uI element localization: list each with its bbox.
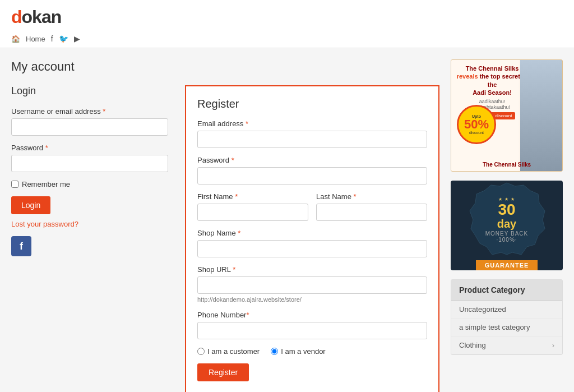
content-area: My account Login Username or email addre… — [11, 59, 439, 392]
shop-url-input[interactable] — [197, 276, 427, 294]
email-group: Email address * — [197, 119, 427, 148]
reg-password-group: Password * — [197, 156, 427, 185]
customer-radio[interactable] — [197, 348, 205, 355]
badge-back-label: ·100%· — [485, 237, 529, 243]
youtube-nav-icon[interactable]: ▶ — [74, 34, 80, 43]
home-link[interactable]: Home — [26, 35, 45, 43]
vendor-radio-label[interactable]: I am a vendor — [271, 347, 326, 356]
phone-label: Phone Number* — [197, 311, 427, 319]
site-logo[interactable]: dokan — [11, 7, 563, 27]
shop-name-input[interactable] — [197, 240, 427, 257]
header: dokan 🏠 Home f 🐦 ▶ — [0, 0, 574, 48]
first-name-input[interactable] — [197, 204, 308, 221]
first-name-required: * — [235, 192, 238, 201]
remember-me-label: Remember me — [22, 180, 70, 188]
shop-name-required: * — [238, 229, 240, 237]
logo-rest: okan — [22, 7, 62, 27]
guarantee-badge: ★ ★ ★ 30 day MONEY BACK ·100%· GUARANTEE — [451, 181, 563, 270]
facebook-nav-icon[interactable]: f — [51, 34, 53, 43]
register-section: Register Email address * Password * — [185, 85, 439, 392]
badge-content: ★ ★ ★ 30 day MONEY BACK ·100%· — [485, 197, 529, 243]
username-input[interactable] — [11, 118, 168, 136]
badge-days: 30 — [485, 202, 529, 218]
last-name-required: * — [354, 192, 357, 201]
remember-me-checkbox[interactable] — [11, 181, 18, 188]
email-required: * — [246, 119, 248, 128]
reg-password-required: * — [232, 156, 234, 164]
login-button[interactable]: Login — [11, 196, 50, 214]
login-title: Login — [11, 85, 168, 97]
facebook-login-button[interactable]: f — [11, 236, 31, 256]
first-name-group: First Name * — [197, 192, 308, 221]
ad-footer: The Chennai Silks — [455, 162, 559, 168]
phone-input[interactable] — [197, 322, 427, 339]
shop-name-label: Shop Name * — [197, 229, 427, 237]
last-name-label: Last Name * — [316, 192, 427, 201]
badge-guarantee-label: GUARANTEE — [476, 260, 538, 270]
customer-radio-label[interactable]: I am a customer — [197, 347, 260, 356]
login-password-input[interactable] — [11, 155, 168, 172]
customer-label-text: I am a customer — [207, 347, 260, 356]
email-label: Email address * — [197, 119, 427, 128]
last-name-input[interactable] — [316, 204, 427, 221]
category-list: Uncategorized a simple test category Clo… — [451, 301, 562, 354]
reg-password-input[interactable] — [197, 167, 427, 185]
product-category-title: Product Category — [451, 280, 562, 301]
login-password-label: Password * — [11, 144, 168, 152]
shop-url-label: Shop URL * — [197, 265, 427, 274]
login-section: Login Username or email address * Passwo… — [11, 85, 168, 392]
lost-password-link[interactable]: Lost your password? — [11, 220, 168, 228]
badge-money-label: MONEY BACK — [485, 230, 529, 237]
login-password-required: * — [45, 144, 48, 152]
email-input[interactable] — [197, 131, 427, 148]
phone-required: * — [246, 311, 249, 319]
password-group: Password * — [11, 144, 168, 172]
role-choice-group: I am a customer I am a vendor — [197, 347, 427, 356]
last-name-group: Last Name * — [316, 192, 427, 221]
ad-person-silhouette — [520, 60, 562, 172]
nav-bar: 🏠 Home f 🐦 ▶ — [11, 31, 563, 48]
shop-name-group: Shop Name * — [197, 229, 427, 257]
category-item-uncategorized[interactable]: Uncategorized — [451, 301, 562, 319]
reg-password-label: Password * — [197, 156, 427, 164]
ad-discount-circle: Upto 50% discount — [457, 105, 496, 144]
register-title: Register — [197, 98, 427, 110]
username-group: Username or email address * — [11, 107, 168, 136]
shop-url-group: Shop URL * http://dokandemo.ajaira.websi… — [197, 265, 427, 303]
clothing-arrow-icon: › — [552, 341, 554, 349]
category-item-clothing[interactable]: Clothing › — [451, 336, 562, 354]
name-row: First Name * Last Name * — [197, 192, 427, 229]
twitter-nav-icon[interactable]: 🐦 — [59, 34, 68, 43]
register-button[interactable]: Register — [197, 363, 249, 381]
remember-me-group: Remember me — [11, 180, 168, 188]
forms-row: Login Username or email address * Passwo… — [11, 85, 439, 392]
ad-banner: The Chennai Silks reveals the top secret… — [451, 59, 563, 172]
vendor-label-text: I am a vendor — [281, 347, 326, 356]
page-title: My account — [11, 59, 439, 74]
ad-headline: The Chennai Silks reveals the top secret… — [456, 64, 529, 96]
shop-url-hint: http://dokandemo.ajaira.website/store/ — [197, 296, 427, 303]
logo-first-letter: d — [11, 7, 22, 27]
username-label: Username or email address * — [11, 107, 168, 116]
shop-url-required: * — [233, 265, 235, 274]
sidebar: The Chennai Silks reveals the top secret… — [451, 59, 563, 392]
home-icon: 🏠 — [11, 35, 20, 43]
username-required: * — [103, 107, 105, 116]
category-item-test[interactable]: a simple test category — [451, 319, 562, 336]
main-container: My account Login Username or email addre… — [0, 48, 574, 392]
product-category-section: Product Category Uncategorized a simple … — [451, 279, 563, 355]
vendor-radio[interactable] — [271, 348, 278, 355]
badge-day-label: day — [485, 218, 529, 230]
first-name-label: First Name * — [197, 192, 308, 201]
phone-group: Phone Number* — [197, 311, 427, 339]
